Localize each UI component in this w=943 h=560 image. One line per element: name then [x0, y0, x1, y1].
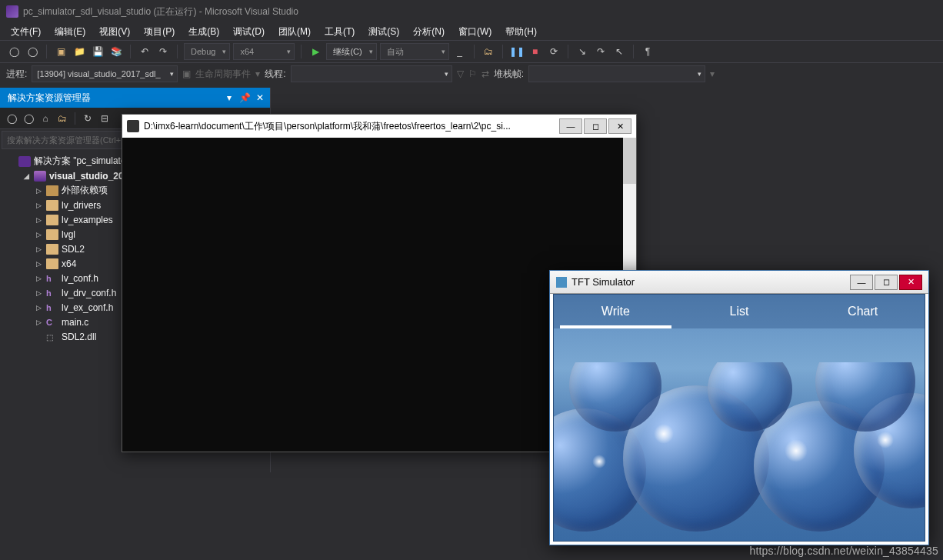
filter-icon[interactable]: ▽	[457, 68, 464, 79]
save-button[interactable]: 💾	[90, 44, 105, 59]
redo-button[interactable]: ↷	[155, 44, 171, 59]
solution-explorer-button[interactable]: 🗂	[481, 44, 496, 59]
continue-button[interactable]: 继续(C)	[326, 43, 376, 60]
back-button[interactable]: ◯	[6, 44, 22, 59]
close-icon[interactable]: ✕	[253, 92, 267, 103]
menu-test[interactable]: 测试(S)	[362, 24, 405, 40]
solution-explorer-header[interactable]: 解决方案资源管理器 ▾ 📌 ✕	[0, 88, 270, 108]
close-button[interactable]: ✕	[608, 118, 631, 134]
menu-team[interactable]: 团队(M)	[272, 24, 317, 40]
forward-button[interactable]: ◯	[25, 44, 40, 59]
tft-background	[554, 362, 925, 541]
menu-view[interactable]: 视图(V)	[93, 24, 136, 40]
lifecycle-icon: ▣	[182, 68, 191, 79]
pause-button[interactable]: ❚❚	[509, 44, 525, 59]
stackframe-selector[interactable]	[528, 65, 705, 82]
menu-help[interactable]: 帮助(H)	[499, 24, 543, 40]
tft-simulator-window[interactable]: TFT Simulator — ◻ ✕ Write List Chart	[549, 270, 929, 545]
maximize-button[interactable]: ◻	[584, 118, 607, 134]
config-selector[interactable]: Debug	[184, 43, 230, 60]
back-icon[interactable]: ◯	[5, 113, 18, 124]
menu-file[interactable]: 文件(F)	[5, 24, 47, 40]
collapse-icon[interactable]: ⊟	[98, 113, 112, 124]
tft-close-button[interactable]: ✕	[899, 275, 922, 290]
new-project-button[interactable]: ▣	[53, 44, 68, 59]
console-title: D:\imx6-learn\document\工作\项目\person\plat…	[144, 120, 553, 133]
tft-titlebar[interactable]: TFT Simulator — ◻ ✕	[550, 271, 928, 294]
auto-selector[interactable]: 自动	[380, 43, 449, 60]
stop-button[interactable]: ■	[528, 44, 543, 59]
step-out-button[interactable]: ↖	[611, 44, 627, 59]
menu-debug[interactable]: 调试(D)	[227, 24, 271, 40]
restart-button[interactable]: ⟳	[546, 44, 561, 59]
debug-bar: 进程: [13904] visual_studio_2017_sdl_ ▣ 生命…	[0, 63, 943, 85]
format-button[interactable]: ¶	[640, 44, 655, 59]
thread-label: 线程:	[265, 68, 285, 81]
menu-build[interactable]: 生成(B)	[182, 24, 225, 40]
tft-content: Write List Chart	[553, 294, 925, 542]
step-into-button[interactable]: ↘	[575, 44, 590, 59]
tft-tabs: Write List Chart	[554, 295, 925, 328]
process-label: 进程:	[6, 68, 27, 81]
menu-project[interactable]: 项目(P)	[138, 24, 181, 40]
thread-selector[interactable]	[291, 65, 452, 82]
tft-icon	[556, 277, 567, 288]
console-titlebar[interactable]: D:\imx6-learn\document\工作\项目\person\plat…	[122, 115, 636, 138]
menu-tools[interactable]: 工具(T)	[318, 24, 361, 40]
step-over-button[interactable]: ↷	[593, 44, 608, 59]
swap-icon[interactable]: ⇄	[481, 68, 489, 79]
menu-analyze[interactable]: 分析(N)	[407, 24, 451, 40]
continue-icon: ▶	[308, 44, 323, 59]
menu-edit[interactable]: 编辑(E)	[48, 24, 92, 40]
stackframe-label: 堆栈帧:	[494, 68, 524, 81]
tag-icon[interactable]: ⚐	[468, 68, 477, 79]
refresh-icon[interactable]: ↻	[81, 113, 95, 124]
pin-icon[interactable]: 📌	[238, 92, 252, 103]
tft-maximize-button[interactable]: ◻	[875, 275, 898, 290]
home-icon[interactable]: ⌂	[38, 113, 52, 124]
console-icon	[127, 120, 139, 132]
tft-title: TFT Simulator	[571, 276, 635, 288]
sync-icon[interactable]: 🗂	[55, 113, 69, 124]
menu-window[interactable]: 窗口(W)	[452, 24, 498, 40]
vs-icon	[6, 5, 18, 18]
process-selector[interactable]: [13904] visual_studio_2017_sdl_	[32, 65, 178, 82]
tab-write[interactable]: Write	[554, 295, 678, 328]
lifecycle-label: 生命周期事件	[195, 68, 251, 81]
undo-button[interactable]: ↶	[137, 44, 152, 59]
window-titlebar: pc_simulator_sdl_visual_studio (正在运行) - …	[0, 0, 943, 23]
platform-selector[interactable]: x64	[233, 43, 295, 60]
tab-chart[interactable]: Chart	[801, 295, 925, 328]
forward-icon[interactable]: ◯	[22, 113, 35, 124]
misc-button[interactable]: _	[452, 44, 468, 59]
watermark: https://blog.csdn.net/weixin_43854435	[749, 545, 938, 557]
open-button[interactable]: 📁	[72, 44, 87, 59]
panel-dropdown-icon[interactable]: ▾	[222, 92, 236, 103]
main-toolbar: ◯ ◯ ▣ 📁 💾 📚 ↶ ↷ Debug x64 ▶ 继续(C) 自动 _ 🗂…	[0, 40, 943, 63]
save-all-button[interactable]: 📚	[108, 44, 124, 59]
tab-list[interactable]: List	[678, 295, 801, 328]
menubar: 文件(F) 编辑(E) 视图(V) 项目(P) 生成(B) 调试(D) 团队(M…	[0, 23, 943, 40]
minimize-button[interactable]: —	[559, 118, 582, 134]
window-title: pc_simulator_sdl_visual_studio (正在运行) - …	[23, 5, 298, 18]
solution-explorer-title: 解决方案资源管理器	[8, 92, 91, 105]
tft-minimize-button[interactable]: —	[850, 275, 873, 290]
